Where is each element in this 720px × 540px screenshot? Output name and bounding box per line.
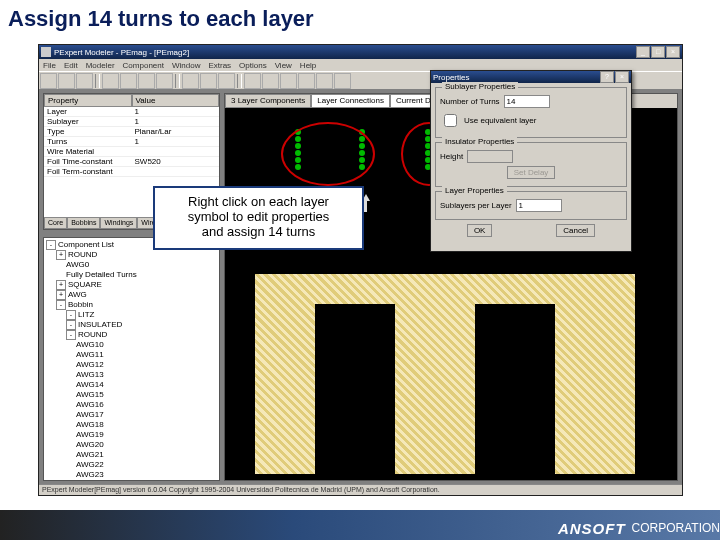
tool-button[interactable] bbox=[316, 73, 333, 89]
tree-item[interactable]: +ROUND bbox=[56, 250, 217, 260]
tree-item[interactable]: AWG0 bbox=[66, 260, 217, 270]
tree-expander[interactable]: - bbox=[66, 330, 76, 340]
height-label: Height bbox=[440, 152, 463, 161]
tab-core[interactable]: Core bbox=[44, 217, 67, 229]
tree-item[interactable]: +AWG bbox=[56, 290, 217, 300]
tree-item[interactable]: AWG11 bbox=[76, 350, 217, 360]
tree-item[interactable]: -INSULATED bbox=[66, 320, 217, 330]
tab-windings[interactable]: Windings bbox=[100, 217, 137, 229]
menu-help[interactable]: Help bbox=[300, 61, 316, 70]
prop-value[interactable] bbox=[132, 167, 220, 177]
tool-button[interactable] bbox=[182, 73, 199, 89]
tool-button[interactable] bbox=[298, 73, 315, 89]
tree-item[interactable]: AWG12 bbox=[76, 360, 217, 370]
propgrid-row[interactable]: Wire Material bbox=[44, 147, 219, 157]
group-title: Insulator Properties bbox=[442, 137, 517, 146]
prop-name: Foil Term-constant bbox=[44, 167, 132, 177]
propgrid-row[interactable]: Foil Time-constantSW520 bbox=[44, 157, 219, 167]
tree-item[interactable]: Fully Detailed Turns bbox=[66, 270, 217, 280]
tree-item[interactable]: -Bobbin bbox=[56, 300, 217, 310]
tree-expander[interactable]: - bbox=[66, 310, 76, 320]
menu-modeler[interactable]: Modeler bbox=[86, 61, 115, 70]
menu-options[interactable]: Options bbox=[239, 61, 267, 70]
tab-layer-components[interactable]: 3 Layer Components bbox=[225, 94, 311, 108]
prop-value[interactable] bbox=[132, 147, 220, 157]
tool-button[interactable] bbox=[102, 73, 119, 89]
propgrid-row[interactable]: Foil Term-constant bbox=[44, 167, 219, 177]
tool-button[interactable] bbox=[156, 73, 173, 89]
tool-button[interactable] bbox=[76, 73, 93, 89]
tree-item[interactable]: -LITZ bbox=[66, 310, 217, 320]
tree-expander[interactable]: - bbox=[46, 240, 56, 250]
prop-value[interactable]: 1 bbox=[132, 107, 220, 117]
tool-button[interactable] bbox=[58, 73, 75, 89]
ok-button[interactable]: OK bbox=[467, 224, 493, 237]
tree-item[interactable]: AWG21 bbox=[76, 450, 217, 460]
tab-layer-connections[interactable]: Layer Connections bbox=[311, 94, 390, 108]
group-sublayer-props: Sublayer Properties Number of Turns Use … bbox=[435, 87, 627, 138]
cancel-button[interactable]: Cancel bbox=[556, 224, 595, 237]
menu-extras[interactable]: Extras bbox=[208, 61, 231, 70]
sublayers-input[interactable] bbox=[516, 199, 562, 212]
app-titlebar[interactable]: PExpert Modeler - PEmag - [PEmag2] _ □ × bbox=[39, 45, 682, 59]
tree-expander[interactable]: + bbox=[56, 290, 66, 300]
propgrid-row[interactable]: Sublayer1 bbox=[44, 117, 219, 127]
menu-window[interactable]: Window bbox=[172, 61, 200, 70]
tree-expander[interactable]: + bbox=[56, 280, 66, 290]
maximize-button[interactable]: □ bbox=[651, 46, 665, 58]
tool-button[interactable] bbox=[40, 73, 57, 89]
tree-item[interactable]: AWG19 bbox=[76, 430, 217, 440]
propgrid-row[interactable]: Layer1 bbox=[44, 107, 219, 117]
turns-input[interactable] bbox=[504, 95, 550, 108]
tree-item[interactable]: AWG24 bbox=[76, 480, 217, 481]
propgrid-row[interactable]: Turns1 bbox=[44, 137, 219, 147]
prop-value[interactable]: 1 bbox=[132, 137, 220, 147]
tree-expander[interactable]: - bbox=[56, 300, 66, 310]
prop-value[interactable]: 1 bbox=[132, 117, 220, 127]
properties-dialog[interactable]: Properties ? × Sublayer Properties Numbe… bbox=[430, 70, 632, 252]
menu-file[interactable]: File bbox=[43, 61, 56, 70]
tree-expander[interactable]: + bbox=[56, 250, 66, 260]
dialog-help-button[interactable]: ? bbox=[600, 71, 614, 83]
tree-item[interactable]: AWG13 bbox=[76, 370, 217, 380]
tree-item[interactable]: AWG15 bbox=[76, 390, 217, 400]
tool-button[interactable] bbox=[244, 73, 261, 89]
group-title: Layer Properties bbox=[442, 186, 507, 195]
menu-component[interactable]: Component bbox=[123, 61, 164, 70]
tree-item[interactable]: AWG17 bbox=[76, 410, 217, 420]
tree-item[interactable]: AWG10 bbox=[76, 340, 217, 350]
tool-button[interactable] bbox=[334, 73, 351, 89]
group-title: Sublayer Properties bbox=[442, 82, 518, 91]
dialog-close-button[interactable]: × bbox=[615, 71, 629, 83]
tab-bobbins[interactable]: Bobbins bbox=[67, 217, 100, 229]
brand-corp: CORPORATION bbox=[632, 521, 720, 535]
component-tree[interactable]: -Component List+ROUNDAWG0Fully Detailed … bbox=[43, 237, 220, 481]
dialog-title: Properties bbox=[433, 73, 469, 82]
tree-item[interactable]: AWG18 bbox=[76, 420, 217, 430]
menu-view[interactable]: View bbox=[275, 61, 292, 70]
tree-item[interactable]: AWG23 bbox=[76, 470, 217, 480]
use-equivalent-checkbox[interactable] bbox=[444, 114, 457, 127]
toolbar-sep bbox=[95, 74, 100, 88]
tool-button[interactable] bbox=[200, 73, 217, 89]
minimize-button[interactable]: _ bbox=[636, 46, 650, 58]
tree-item[interactable]: AWG20 bbox=[76, 440, 217, 450]
tool-button[interactable] bbox=[120, 73, 137, 89]
prop-value[interactable]: SW520 bbox=[132, 157, 220, 167]
prop-name: Type bbox=[44, 127, 132, 137]
tool-button[interactable] bbox=[280, 73, 297, 89]
propgrid-row[interactable]: TypePlanar/Lar bbox=[44, 127, 219, 137]
tree-item[interactable]: -ROUND bbox=[66, 330, 217, 340]
tool-button[interactable] bbox=[262, 73, 279, 89]
tree-item[interactable]: AWG22 bbox=[76, 460, 217, 470]
toolbar-sep bbox=[175, 74, 180, 88]
tree-expander[interactable]: - bbox=[66, 320, 76, 330]
tree-item[interactable]: AWG16 bbox=[76, 400, 217, 410]
tree-item[interactable]: +SQUARE bbox=[56, 280, 217, 290]
menu-edit[interactable]: Edit bbox=[64, 61, 78, 70]
tree-item[interactable]: AWG14 bbox=[76, 380, 217, 390]
tool-button[interactable] bbox=[218, 73, 235, 89]
prop-value[interactable]: Planar/Lar bbox=[132, 127, 220, 137]
tool-button[interactable] bbox=[138, 73, 155, 89]
close-button[interactable]: × bbox=[666, 46, 680, 58]
